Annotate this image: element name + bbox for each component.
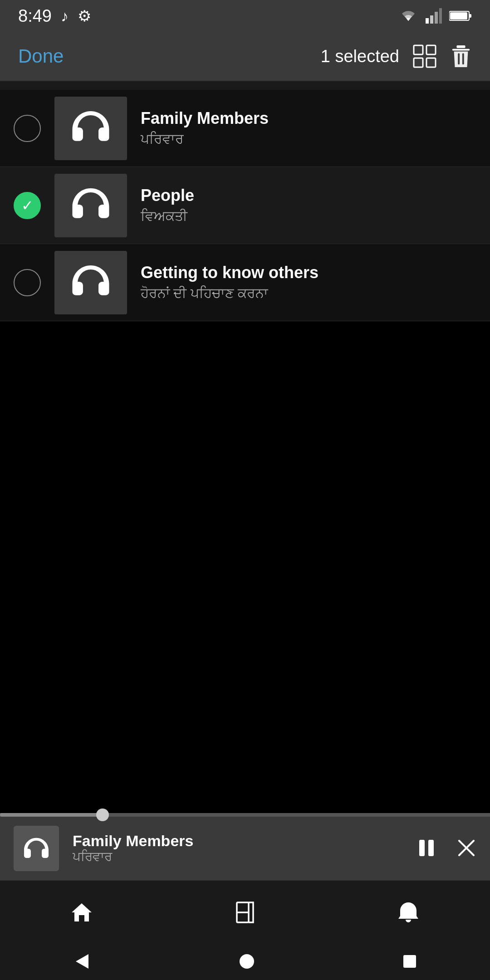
headphones-icon [70, 261, 111, 304]
selection-info: 1 selected [321, 44, 472, 68]
nav-item-bookmarks[interactable] [232, 900, 258, 925]
nav-item-notifications[interactable] [396, 900, 421, 925]
check-icon: ✓ [21, 198, 34, 213]
system-nav [0, 944, 490, 980]
pause-button[interactable] [415, 836, 438, 861]
delete-icon[interactable] [450, 44, 472, 68]
svg-rect-0 [426, 18, 429, 24]
nav-item-home[interactable] [69, 900, 94, 925]
progress-bar[interactable] [0, 813, 490, 817]
recents-button[interactable] [402, 953, 418, 971]
svg-point-21 [240, 954, 254, 969]
svg-rect-16 [428, 840, 434, 856]
wifi-icon [398, 8, 418, 24]
list-item[interactable]: Family Members ਪਰਿਵਾਰ [0, 90, 490, 167]
done-button[interactable]: Done [18, 45, 64, 67]
home-button[interactable] [237, 951, 257, 973]
svg-rect-8 [426, 45, 436, 54]
status-bar: 8:49 ♪ ⚙ [0, 0, 490, 32]
list-item[interactable]: ✓ People ਵਿਅਕਤੀ [0, 167, 490, 244]
progress-thumb[interactable] [96, 808, 109, 821]
checkbox-getting-to-know[interactable] [14, 269, 41, 296]
battery-icon [449, 10, 472, 22]
status-left: 8:49 ♪ ⚙ [18, 6, 91, 26]
headphones-icon [70, 107, 111, 150]
item-info-family-members: Family Members ਪਰਿਵਾਰ [141, 109, 476, 147]
svg-rect-22 [403, 955, 416, 968]
svg-rect-3 [439, 8, 442, 24]
thumbnail-getting-to-know [54, 251, 127, 314]
empty-content-area [0, 321, 490, 648]
status-right [398, 8, 472, 24]
item-subtitle: ਵਿਅਕਤੀ [141, 209, 476, 225]
signal-icon [426, 8, 442, 24]
player-bar: Family Members ਪਰਿਵਾਰ [0, 813, 490, 880]
svg-rect-15 [419, 840, 425, 856]
item-title: Family Members [141, 109, 476, 128]
item-title: People [141, 186, 476, 205]
svg-rect-14 [462, 53, 464, 64]
headphones-icon [70, 184, 111, 227]
thumbnail-people [54, 174, 127, 237]
svg-rect-5 [450, 12, 467, 20]
bottom-nav [0, 880, 490, 944]
item-subtitle: ਪਰਿਵਾਰ [141, 132, 476, 147]
music-note-icon: ♪ [61, 7, 69, 25]
action-bar: Done 1 selected [0, 32, 490, 82]
section-divider [0, 82, 490, 90]
player-title: Family Members [73, 832, 401, 850]
item-info-people: People ਵਿਅਕਤੀ [141, 186, 476, 225]
svg-rect-12 [456, 45, 465, 48]
svg-rect-11 [452, 49, 470, 51]
player-content: Family Members ਪਰਿਵਾਰ [0, 817, 490, 880]
thumbnail-family-members [54, 97, 127, 160]
settings-icon: ⚙ [78, 7, 91, 25]
svg-rect-7 [414, 45, 423, 54]
player-controls [415, 836, 476, 861]
selected-count-text: 1 selected [321, 47, 399, 66]
svg-rect-1 [430, 15, 433, 24]
player-thumbnail [14, 826, 59, 871]
svg-marker-20 [76, 954, 88, 969]
status-time: 8:49 [18, 6, 52, 26]
checkbox-family-members[interactable] [14, 115, 41, 142]
svg-rect-2 [435, 12, 438, 24]
player-info: Family Members ਪਰਿਵਾਰ [73, 832, 401, 865]
back-button[interactable] [72, 951, 92, 973]
progress-fill [0, 813, 98, 817]
list-item[interactable]: Getting to know others ਹੋਰਨਾਂ ਦੀ ਪਹਿਚਾਣ … [0, 244, 490, 321]
select-all-icon[interactable] [413, 44, 436, 68]
svg-rect-10 [426, 58, 436, 67]
item-title: Getting to know others [141, 263, 476, 282]
svg-rect-6 [469, 14, 471, 18]
item-subtitle: ਹੋਰਨਾਂ ਦੀ ਪਹਿਚਾਣ ਕਰਨਾ [141, 286, 476, 302]
svg-rect-9 [414, 58, 423, 67]
player-subtitle: ਪਰਿਵਾਰ [73, 850, 401, 865]
svg-rect-13 [458, 53, 460, 64]
close-button[interactable] [456, 838, 476, 859]
list-container: Family Members ਪਰਿਵਾਰ ✓ People ਵਿਅਕਤੀ [0, 90, 490, 321]
checkbox-people[interactable]: ✓ [14, 192, 41, 219]
item-info-getting-to-know: Getting to know others ਹੋਰਨਾਂ ਦੀ ਪਹਿਚਾਣ … [141, 263, 476, 302]
